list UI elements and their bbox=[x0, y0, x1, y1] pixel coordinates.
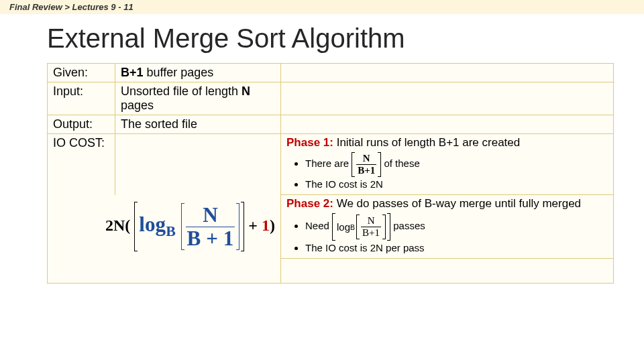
phase2-bullets: Need logB NB+1 passes The IO cost is 2N … bbox=[305, 213, 608, 253]
spacer-right bbox=[281, 259, 614, 284]
iocost-value bbox=[115, 134, 281, 195]
phase2-bullet-cost: The IO cost is 2N per pass bbox=[305, 242, 608, 253]
phase2-cell: Phase 2: We do passes of B-way merge unt… bbox=[281, 195, 614, 259]
breadcrumb: Final Review > Lectures 9 - 11 bbox=[0, 0, 644, 14]
phase1-bullet-cost: The IO cost is 2N bbox=[305, 178, 608, 190]
phase1-head: Phase 1: bbox=[286, 136, 333, 149]
input-phase-cell bbox=[281, 82, 614, 115]
row-input: Input: Unsorted file of length N pages bbox=[48, 82, 614, 115]
row-formula: 2N( logB NB + 1 + 1) Phase 2: We do pass… bbox=[48, 195, 614, 259]
row-output: Output: The sorted file bbox=[48, 115, 614, 134]
phase1-bullet-count: There are NB+1 of these bbox=[305, 152, 608, 177]
output-label: Output: bbox=[48, 115, 115, 134]
io-cost-formula: 2N( logB NB + 1 + 1) bbox=[48, 195, 281, 259]
row-given: Given: B+1 buffer pages bbox=[48, 64, 614, 82]
phase1-bullets: There are NB+1 of these The IO cost is 2… bbox=[305, 152, 608, 190]
output-value: The sorted file bbox=[115, 115, 281, 134]
phase2-text: We do passes of B-way merge until fully … bbox=[333, 197, 581, 210]
spacer-left bbox=[48, 259, 281, 284]
input-value: Unsorted file of length N pages bbox=[115, 82, 281, 115]
phase2-bullet-passes: Need logB NB+1 passes bbox=[305, 213, 608, 241]
phase1-text: Initial runs of length B+1 are created bbox=[333, 136, 520, 149]
row-spacer bbox=[48, 259, 614, 284]
phase2-head: Phase 2: bbox=[286, 197, 333, 210]
given-value: B+1 buffer pages bbox=[115, 64, 281, 82]
content-area: Given: B+1 buffer pages Input: Unsorted … bbox=[47, 63, 614, 284]
given-phase-cell bbox=[281, 64, 614, 82]
output-phase-cell bbox=[281, 115, 614, 134]
input-label: Input: bbox=[48, 82, 115, 115]
page-title: External Merge Sort Algorithm bbox=[47, 23, 644, 54]
given-label: Given: bbox=[48, 64, 115, 82]
iocost-label: IO COST: bbox=[48, 134, 115, 195]
phase1-cell: Phase 1: Initial runs of length B+1 are … bbox=[281, 134, 614, 195]
row-iocost: IO COST: Phase 1: Initial runs of length… bbox=[48, 134, 614, 195]
algorithm-table: Given: B+1 buffer pages Input: Unsorted … bbox=[47, 63, 614, 284]
